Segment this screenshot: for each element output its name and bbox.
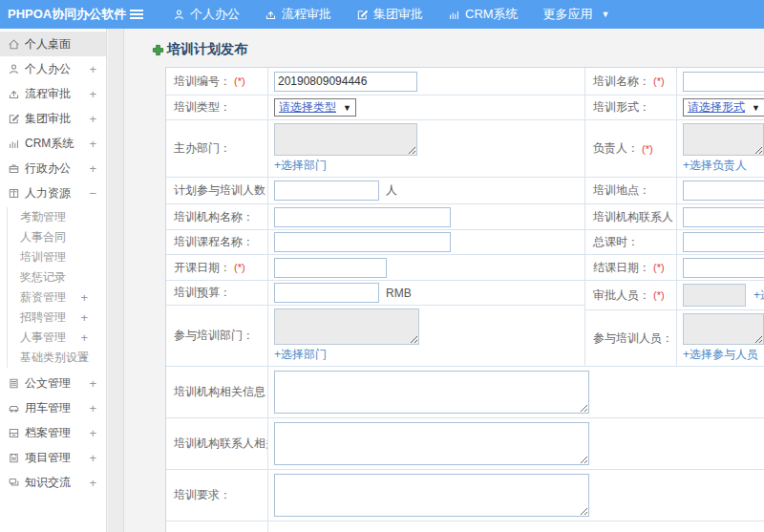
approvers-box[interactable] [683,284,746,307]
training-form-select-value: 请选择形式 [688,99,745,116]
sidebar-subitem-base-category[interactable]: 基础类别设置+ [8,348,106,368]
total-hours-input[interactable] [683,232,764,252]
org-related-info-value-cell [268,367,764,417]
host-department-textarea[interactable] [274,123,417,156]
participating-departments-label: 参与培训部门： [166,306,268,366]
sidebar-item-admin-office[interactable]: 行政办公+ [0,156,106,181]
sidebar-item-human-resources[interactable]: 人力资源− [0,181,106,205]
field-label-text: 参与培训部门： [174,328,254,344]
approvers-link[interactable]: +选择审批人员 [753,287,764,304]
home-icon [8,38,20,51]
total-hours-value-cell [677,230,764,254]
form-row-training-form: 培训形式：请选择形式▼ [585,96,764,120]
training-budget-input[interactable] [274,283,379,303]
field-label-text: 培训机构联系人： [593,209,677,225]
training-location-input[interactable] [683,181,764,201]
expand-plus-icon[interactable]: + [89,426,96,440]
expand-plus-icon[interactable]: + [89,376,96,391]
sidebar-item-document-mgmt[interactable]: 公文管理+ [0,371,106,395]
participating-persons-link[interactable]: +选择参与人员 [683,347,758,363]
participating-departments-link[interactable]: +选择部门 [274,347,327,363]
expand-plus-icon[interactable]: + [89,137,96,151]
form-row-participating-departments: 参与培训部门：+选择部门 [166,306,584,367]
field-label-text: 培训机构联系人相关信息： [174,436,268,452]
required-marker: (*) [642,143,653,155]
expand-plus-icon[interactable]: + [89,476,96,490]
sidebar-item-archive-mgmt[interactable]: 档案管理+ [0,420,106,445]
top-nav: 个人办公流程审批集团审批CRM系统更多应用▼ [160,0,623,29]
form-row-org-contact: 培训机构联系人： [585,204,764,230]
sidebar-item-knowledge-exchange[interactable]: 知识交流+ [0,470,106,495]
expand-plus-icon[interactable]: + [89,112,96,126]
sidebar-subitem-reward-punish[interactable]: 奖惩记录 [8,267,106,287]
expand-plus-icon[interactable]: + [80,310,88,325]
expand-plus-icon[interactable]: + [89,87,96,101]
participating-departments-textarea[interactable] [274,309,419,345]
training-form-select[interactable]: 请选择形式▼ [683,98,764,117]
training-budget-unit: RMB [386,287,412,300]
nav-item-process-approval[interactable]: 流程审批 [252,0,344,29]
field-label-text: 培训名称： [593,74,650,90]
training-org-name-input[interactable] [274,207,451,227]
approvers-value-cell: +选择审批人员 [677,281,764,309]
sidebar-item-crm-system[interactable]: CRM系统+ [0,131,106,156]
sidebar-item-personal-desktop[interactable]: 个人桌面 [0,32,106,56]
form-row-planned-trainees: 计划参与培训人数：(*)人 [166,178,584,204]
sidebar-subitem-salary-mgmt[interactable]: 薪资管理+ [8,287,106,308]
collapse-minus-icon[interactable]: − [89,186,96,201]
org-related-info-textarea[interactable] [274,371,589,414]
training-no-input[interactable] [274,72,417,92]
participating-persons-textarea[interactable] [683,313,764,345]
expand-plus-icon[interactable]: + [89,161,96,176]
start-date-input[interactable] [274,258,387,278]
person-in-charge-textarea[interactable] [683,123,764,156]
form-row-training-type: 培训类型：请选择类型▼ [166,96,584,120]
required-marker: (*) [234,262,245,273]
hamburger-menu-icon[interactable] [130,10,143,19]
expand-plus-icon[interactable]: + [80,330,88,345]
nav-item-personal-office[interactable]: 个人办公 [160,0,252,29]
field-label-text: 主办部门： [174,140,231,157]
field-label-text: 培训课程名称： [174,234,254,250]
field-label-text: 培训形式： [593,99,650,116]
person-in-charge-link[interactable]: +选择负责人 [683,158,747,174]
form-row-training-no: 培训编号：(*) [166,68,584,96]
sidebar-item-process-approval[interactable]: 流程审批+ [0,81,106,106]
sidebar-submenu-human-resources: 考勤管理人事合同培训管理奖惩记录薪资管理+招聘管理+人事管理+基础类别设置+ [7,207,106,368]
sidebar-item-group-approval[interactable]: 集团审批+ [0,106,106,131]
sidebar-subitem-personnel-mgmt[interactable]: 人事管理+ [8,328,106,348]
expand-plus-icon[interactable]: + [89,62,96,76]
sidebar-item-label: 公文管理 [25,375,71,392]
sidebar-subitem-hr-contract[interactable]: 人事合同 [8,227,106,247]
expand-plus-icon[interactable]: + [80,290,88,305]
org-contact-related-info-textarea[interactable] [274,422,589,465]
host-department-link[interactable]: +选择部门 [274,158,327,174]
sidebar-item-project-mgmt[interactable]: 项目管理+ [0,445,106,470]
nav-item-more-apps[interactable]: 更多应用▼ [531,0,623,29]
nav-item-label: 更多应用 [543,6,593,23]
training-requirements-textarea[interactable] [274,474,589,517]
training-course-name-input[interactable] [274,232,451,252]
nav-item-group-approval[interactable]: 集团审批 [344,0,435,29]
org-contact-input[interactable] [683,207,764,227]
planned-trainees-input[interactable] [274,181,379,201]
end-date-input[interactable] [683,258,764,278]
expand-plus-icon[interactable]: + [89,451,96,465]
expand-plus-icon[interactable]: + [80,351,88,365]
end-date-label: 结课日期：(*) [585,255,677,280]
page-title-text: 培训计划发布 [167,41,247,58]
form-row-training-budget: 培训预算：RMB [166,281,584,306]
sidebar-strip [108,29,124,532]
sidebar-subitem-recruit-mgmt[interactable]: 招聘管理+ [8,308,106,328]
form-row-org-contact-related-info: 培训机构联系人相关信息： [166,418,764,470]
training-type-select[interactable]: 请选择类型▼ [274,98,356,117]
training-name-input[interactable] [683,72,764,92]
sidebar-subitem-attendance-mgmt[interactable]: 考勤管理 [8,207,106,227]
sidebar-item-vehicle-mgmt[interactable]: 用车管理+ [0,395,106,420]
sidebar-subitem-training-mgmt[interactable]: 培训管理 [8,247,106,267]
expand-plus-icon[interactable]: + [89,401,96,415]
sidebar-subitem-label: 招聘管理 [20,309,66,326]
nav-item-crm-system[interactable]: CRM系统 [435,0,531,29]
field-label-text: 培训机构相关信息： [174,384,268,400]
sidebar-item-personal-office[interactable]: 个人办公+ [0,56,106,81]
